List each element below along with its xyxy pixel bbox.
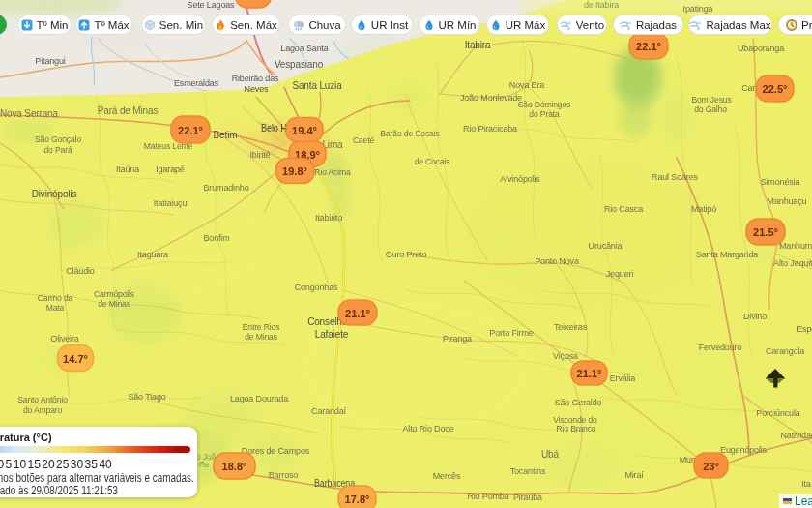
svg-text:Ibirité: Ibirité <box>250 150 271 160</box>
svg-text:Oliveira: Oliveira <box>50 334 78 344</box>
svg-text:Itaguara: Itaguara <box>137 250 168 259</box>
svg-text:Raul Soares: Raul Soares <box>652 172 699 182</box>
svg-text:Ouro Preto: Ouro Preto <box>386 250 427 259</box>
svg-text:São Gonçalo: São Gonçalo <box>35 134 81 144</box>
svg-text:Tocantins: Tocantins <box>510 466 546 476</box>
svg-text:Ita: Ita <box>801 479 811 489</box>
svg-text:Carandaí: Carandaí <box>311 406 346 416</box>
svg-text:14.7°: 14.7° <box>63 353 88 365</box>
svg-text:Nova Era: Nova Era <box>509 80 544 90</box>
svg-text:Alvinópolis: Alvinópolis <box>500 174 540 184</box>
svg-text:Piranga: Piranga <box>443 334 472 344</box>
svg-text:Sete Lagoas: Sete Lagoas <box>188 0 236 10</box>
svg-text:Entre Rios: Entre Rios <box>243 322 280 332</box>
svg-text:Igarapé: Igarapé <box>156 164 185 174</box>
svg-text:Rio Branco: Rio Branco <box>556 424 595 433</box>
svg-text:Itabirito: Itabirito <box>315 213 342 223</box>
svg-text:Manhuaçu: Manhuaçu <box>768 196 807 206</box>
svg-text:Ponte Nova: Ponte Nova <box>535 256 579 266</box>
svg-text:Cláudio: Cláudio <box>66 266 95 276</box>
svg-text:Manhumirim: Manhumirim <box>779 241 812 251</box>
svg-text:Porciúncula: Porciúncula <box>756 408 800 418</box>
svg-text:do Galho: do Galho <box>694 105 727 114</box>
svg-text:Barão de Cocais: Barão de Cocais <box>380 129 439 138</box>
svg-text:Bom Jesus: Bom Jesus <box>691 95 731 105</box>
svg-text:21.1°: 21.1° <box>345 308 370 319</box>
svg-text:18.8°: 18.8° <box>222 461 247 472</box>
svg-text:Bonfim: Bonfim <box>203 233 229 243</box>
svg-text:Alto Rio Doce: Alto Rio Doce <box>402 424 453 433</box>
svg-text:de Cocais: de Cocais <box>415 157 450 166</box>
svg-text:19.8°: 19.8° <box>282 165 307 177</box>
svg-text:Carmópolis: Carmópolis <box>94 289 134 299</box>
svg-text:Lafaiete: Lafaiete <box>315 329 349 340</box>
svg-text:Eugenópolis: Eugenópolis <box>720 445 768 455</box>
svg-text:Alto Jequitibá: Alto Jequitibá <box>773 258 812 268</box>
svg-text:Rio Piracicaba: Rio Piracicaba <box>463 124 517 134</box>
svg-text:Rio Pomba: Rio Pomba <box>467 492 508 501</box>
svg-text:do Pará: do Pará <box>44 145 72 155</box>
svg-text:Barroso: Barroso <box>269 470 299 480</box>
svg-text:Urucânia: Urucânia <box>589 241 623 251</box>
svg-text:22.5°: 22.5° <box>763 83 788 95</box>
svg-text:Viçosa: Viçosa <box>553 351 578 361</box>
svg-text:Natividade: Natividade <box>780 431 812 440</box>
svg-text:23°: 23° <box>703 461 719 472</box>
svg-text:São Domingos: São Domingos <box>518 100 571 109</box>
svg-text:Pitangui: Pitangui <box>35 56 65 66</box>
svg-text:Carangola: Carangola <box>766 346 804 356</box>
svg-text:Rio Casca: Rio Casca <box>604 204 643 214</box>
svg-text:Itatiaiuçu: Itatiaiuçu <box>154 198 188 208</box>
svg-text:Santa Margarida: Santa Margarida <box>696 250 758 259</box>
svg-text:Ubá: Ubá <box>541 449 559 460</box>
svg-text:Piraúba: Piraúba <box>513 493 542 502</box>
svg-text:Simonésia: Simonésia <box>761 177 800 187</box>
svg-text:17.8°: 17.8° <box>345 493 370 505</box>
svg-text:Congonhas: Congonhas <box>295 283 338 292</box>
svg-text:Re: Re <box>199 460 210 469</box>
svg-text:do Amparo: do Amparo <box>23 405 63 415</box>
svg-text:Itabira: Itabira <box>465 40 491 50</box>
svg-text:Mata: Mata <box>46 303 65 313</box>
svg-text:Fervedouro: Fervedouro <box>699 343 742 352</box>
svg-text:Espera: Espera <box>797 324 812 334</box>
svg-text:Betim: Betim <box>214 130 238 140</box>
svg-text:de Minas: de Minas <box>245 332 277 342</box>
svg-text:Carmo da: Carmo da <box>38 293 73 303</box>
svg-text:do Prata: do Prata <box>529 109 560 119</box>
svg-text:Vespasiano: Vespasiano <box>275 59 324 70</box>
svg-text:Lagoa Dourada: Lagoa Dourada <box>230 394 288 403</box>
svg-text:Dores de Campos: Dores de Campos <box>242 446 310 456</box>
svg-text:São Tiago: São Tiago <box>128 392 165 402</box>
svg-text:Caeté: Caeté <box>353 135 375 145</box>
svg-text:João Monlevade: João Monlevade <box>460 93 522 103</box>
svg-text:Ribeirão das: Ribeirão das <box>232 74 279 83</box>
svg-text:Esmeraldas: Esmeraldas <box>174 78 219 88</box>
svg-text:de Minas: de Minas <box>98 299 130 309</box>
svg-text:Divinópolis: Divinópolis <box>32 189 77 199</box>
svg-text:21.1°: 21.1° <box>577 368 602 379</box>
svg-text:de Itabira: de Itabira <box>584 0 619 10</box>
svg-text:Santa Luzia: Santa Luzia <box>292 80 342 91</box>
svg-text:Porto Firme: Porto Firme <box>489 328 534 338</box>
svg-text:Miraí: Miraí <box>624 470 644 480</box>
svg-text:Ervália: Ervália <box>610 374 636 383</box>
svg-text:Lagoa Santa: Lagoa Santa <box>280 44 329 53</box>
svg-text:Jequeri: Jequeri <box>606 269 634 279</box>
svg-text:22.1°: 22.1° <box>636 41 661 52</box>
svg-text:Itaúna: Itaúna <box>116 164 139 174</box>
svg-text:Teixeiras: Teixeiras <box>554 322 588 332</box>
svg-text:Nova Serrana: Nova Serrana <box>0 108 58 119</box>
svg-text:Mercês: Mercês <box>433 471 461 481</box>
svg-text:Ubaporanga: Ubaporanga <box>738 44 784 53</box>
svg-text:Divino: Divino <box>743 312 767 321</box>
svg-text:21.5°: 21.5° <box>753 226 778 238</box>
svg-text:Ipatinga: Ipatinga <box>683 4 713 14</box>
svg-text:Rio Acima: Rio Acima <box>314 167 351 177</box>
svg-text:Neves: Neves <box>245 84 269 94</box>
svg-text:São Geraldo: São Geraldo <box>555 398 602 407</box>
svg-text:Pará de Minas: Pará de Minas <box>98 105 159 116</box>
svg-text:22.1°: 22.1° <box>178 125 203 136</box>
svg-text:Brumadinho: Brumadinho <box>203 183 248 193</box>
svg-text:Matipó: Matipó <box>691 204 716 214</box>
